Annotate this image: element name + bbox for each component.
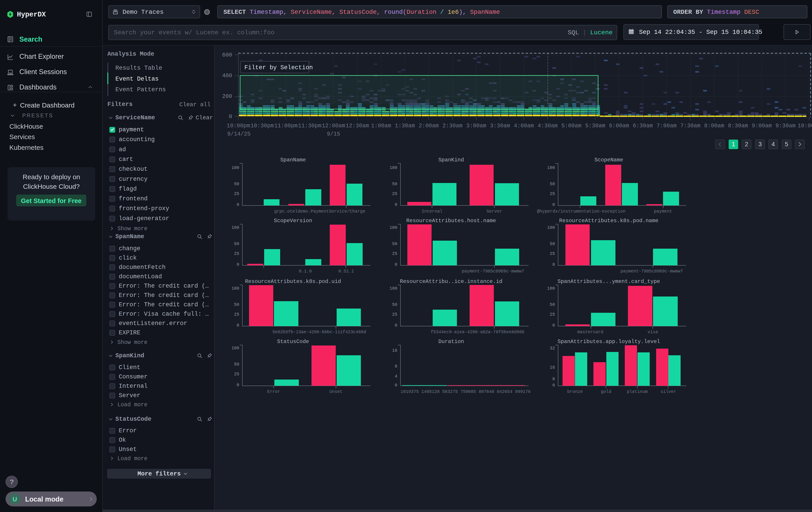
svg-text:50: 50 (550, 302, 555, 307)
svg-text:600: 600 (222, 52, 232, 58)
svg-text:11:00pm: 11:00pm (274, 123, 297, 129)
svg-text:0: 0 (552, 262, 555, 267)
svg-text:9/14/25: 9/14/25 (227, 131, 251, 137)
svg-text:0: 0 (229, 113, 232, 120)
svg-text:16: 16 (550, 365, 555, 370)
svg-text:2:00am: 2:00am (419, 123, 439, 129)
svg-text:16: 16 (392, 348, 397, 353)
svg-text:SpanAttributes.app.loyalty.lev: SpanAttributes.app.loyalty.level (558, 339, 660, 345)
svg-text:0: 0 (237, 323, 239, 328)
svg-text:1:00am: 1:00am (371, 123, 391, 129)
svg-text:4: 4 (395, 374, 397, 379)
svg-text:ScopeName: ScopeName (594, 157, 623, 163)
svg-text:25: 25 (550, 191, 555, 196)
svg-text:payment: payment (654, 209, 672, 214)
svg-text:0: 0 (395, 323, 397, 328)
svg-text:ScopeVersion: ScopeVersion (274, 218, 312, 224)
svg-text:8: 8 (395, 364, 397, 369)
svg-text:50: 50 (234, 242, 239, 246)
svg-text:100: 100 (231, 165, 239, 170)
svg-text:100: 100 (389, 225, 397, 230)
svg-text:10:00pm: 10:00pm (227, 123, 250, 129)
svg-text:0: 0 (395, 203, 397, 207)
svg-text:8: 8 (552, 377, 555, 381)
svg-text:100: 100 (231, 286, 239, 291)
svg-text:gold: gold (601, 389, 611, 394)
svg-text:100: 100 (547, 225, 555, 230)
svg-text:0.1.0: 0.1.0 (299, 269, 312, 274)
svg-text:Error: Error (267, 389, 280, 394)
svg-text:0: 0 (237, 383, 239, 387)
svg-text:100: 100 (389, 286, 397, 291)
svg-text:100: 100 (231, 225, 239, 230)
svg-text:25: 25 (550, 251, 555, 256)
svg-text:25: 25 (392, 312, 397, 317)
svg-text:SpanKind: SpanKind (438, 157, 464, 163)
svg-text:1:30am: 1:30am (395, 123, 415, 129)
svg-text:100: 100 (231, 346, 239, 351)
svg-text:ResourceAttributes.k8s.pod.uid: ResourceAttributes.k8s.pod.uid (245, 278, 341, 285)
svg-text:7:00am: 7:00am (657, 123, 676, 129)
svg-text:12:00am: 12:00am (322, 123, 345, 129)
svg-text:12:30am: 12:30am (346, 123, 369, 129)
svg-text:4:30am: 4:30am (538, 123, 558, 129)
svg-text:50: 50 (234, 362, 239, 367)
svg-text:8:30am: 8:30am (728, 123, 748, 129)
svg-text:grpc.oteldemo.PaymentService/C: grpc.oteldemo.PaymentService/Charge (274, 209, 365, 214)
svg-text:25: 25 (234, 191, 239, 196)
svg-text:0: 0 (237, 262, 239, 267)
svg-text:9/15: 9/15 (327, 131, 340, 137)
svg-text:SpanName: SpanName (280, 157, 306, 163)
svg-text:ResourceAttribu..ice.instance.: ResourceAttribu..ice.instance.id (400, 278, 502, 285)
svg-text:0: 0 (237, 203, 239, 207)
svg-text:10:30pm: 10:30pm (250, 123, 274, 129)
svg-text:silver: silver (661, 389, 676, 394)
svg-text:50: 50 (550, 182, 555, 187)
svg-text:3:30am: 3:30am (490, 123, 510, 129)
svg-text:25: 25 (234, 251, 239, 256)
svg-text:7:30am: 7:30am (680, 123, 700, 129)
svg-text:50: 50 (392, 302, 397, 307)
svg-text:SpanAttributes...yment.card_ty: SpanAttributes...yment.card_type (558, 278, 660, 285)
svg-text:2:30am: 2:30am (442, 123, 462, 129)
svg-text:25: 25 (234, 372, 239, 377)
svg-text:bronze: bronze (567, 389, 583, 394)
svg-text:3:00am: 3:00am (466, 123, 486, 129)
svg-text:ResourceAttributes.k8s.pod.nam: ResourceAttributes.k8s.pod.name (559, 218, 658, 224)
svg-text:9:00am: 9:00am (752, 123, 772, 129)
svg-text:StatusCode: StatusCode (277, 339, 309, 345)
svg-text:8:00am: 8:00am (704, 123, 724, 129)
svg-text:0.51.1: 0.51.1 (339, 269, 354, 274)
svg-text:25: 25 (392, 191, 397, 196)
svg-text:visa: visa (648, 330, 658, 334)
svg-text:5:30am: 5:30am (585, 123, 605, 129)
svg-text:100: 100 (389, 165, 397, 170)
svg-text:payment-7985c8969c-mwmw7: payment-7985c8969c-mwmw7 (462, 269, 524, 274)
svg-text:f5344ec9-a1ea-4290-a62a-78f5be: f5344ec9-a1ea-4290-a62a-78f5bee8d90b (431, 330, 524, 334)
svg-text:payment-7985c8969c-mwmw7: payment-7985c8969c-mwmw7 (620, 269, 683, 274)
svg-text:100: 100 (547, 286, 555, 291)
svg-text:0: 0 (395, 383, 397, 388)
svg-text:0: 0 (552, 203, 555, 207)
svg-text:platinum: platinum (627, 389, 648, 394)
svg-text:400: 400 (222, 73, 232, 79)
svg-text:200: 200 (222, 93, 232, 100)
svg-text:6:30am: 6:30am (633, 123, 653, 129)
svg-text:32: 32 (550, 346, 555, 351)
svg-text:mastercard: mastercard (577, 330, 603, 334)
svg-text:Duration: Duration (438, 339, 464, 345)
svg-text:50: 50 (392, 242, 397, 246)
svg-text:5e02b5fb-13ae-4296-bbbc-111f42: 5e02b5fb-13ae-4296-bbbc-111f423c460d (272, 330, 366, 334)
svg-text:4:00am: 4:00am (514, 123, 534, 129)
svg-text:Internal: Internal (422, 209, 442, 214)
svg-text:25: 25 (234, 312, 239, 317)
svg-text:0: 0 (395, 262, 397, 267)
svg-text:50: 50 (550, 242, 555, 246)
svg-text:0: 0 (552, 323, 555, 328)
svg-text:5:00am: 5:00am (561, 123, 581, 129)
svg-text:ResourceAttributes.host.name: ResourceAttributes.host.name (406, 218, 496, 224)
svg-text:9:30am: 9:30am (776, 123, 795, 129)
svg-text:0: 0 (552, 383, 555, 388)
svg-text:25: 25 (392, 251, 397, 256)
svg-text:100: 100 (547, 165, 555, 170)
